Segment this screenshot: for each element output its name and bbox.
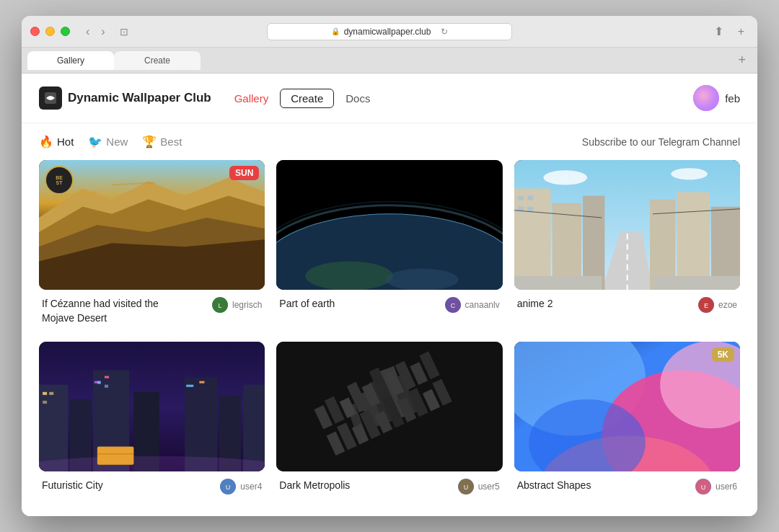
svg-text:L: L (218, 302, 221, 309)
svg-rect-58 (43, 401, 47, 404)
site-content: Dynamic Wallpaper Club Gallery Create Do… (22, 74, 757, 515)
5k-badge: 5K (712, 347, 734, 362)
filter-best[interactable]: 🏆 Best (142, 135, 182, 148)
svg-rect-54 (199, 381, 204, 383)
filter-new[interactable]: 🐦 New (88, 135, 128, 148)
svg-rect-60 (105, 384, 108, 387)
gallery-info-2: Part of earth C canaanlv (276, 290, 502, 317)
thumb-2 (276, 160, 502, 290)
url-text: dynamicwallpaper.club (344, 27, 431, 37)
gallery-item-1[interactable]: BEST SUN If Cézanne had visited the Moja… (39, 160, 265, 329)
gallery-author-3: E ezoe (698, 297, 737, 313)
close-button[interactable] (30, 27, 40, 36)
svg-point-19 (386, 269, 459, 290)
svg-text:U: U (463, 484, 468, 491)
nav-gallery[interactable]: Gallery (229, 89, 275, 107)
site-nav: Dynamic Wallpaper Club Gallery Create Do… (22, 74, 757, 123)
filter-hot[interactable]: 🔥 Hot (39, 135, 74, 148)
new-tab-button[interactable]: + (734, 23, 749, 40)
author-avatar-5: U (458, 479, 474, 495)
thumb-5 (276, 342, 502, 471)
gallery-title-6: Abstract Shapes (517, 479, 591, 493)
gallery-grid: BEST SUN If Cézanne had visited the Moja… (22, 160, 757, 515)
thumb-4 (39, 342, 265, 471)
svg-rect-34 (527, 207, 533, 211)
gallery-item-6[interactable]: 5K Abstract Shapes U user6 (514, 342, 740, 499)
tab-create[interactable]: Create (114, 51, 201, 70)
share-button[interactable]: ⬆ (710, 23, 728, 40)
gallery-author-5: U user5 (458, 479, 500, 495)
best-icon: 🏆 (142, 135, 157, 148)
gallery-item-5[interactable]: Dark Metropolis U user5 (276, 342, 502, 499)
site-title: Dynamic Wallpaper Club (68, 91, 211, 105)
svg-point-40 (671, 169, 708, 180)
add-tab-button[interactable]: + (732, 53, 752, 68)
gallery-item-2[interactable]: Part of earth C canaanlv (276, 160, 502, 329)
svg-rect-31 (518, 196, 524, 200)
nav-links: Gallery Create Docs (229, 89, 377, 108)
gallery-author-4: U user4 (220, 479, 262, 495)
gallery-info-4: Futuristic City U user4 (39, 471, 265, 499)
svg-rect-53 (186, 384, 193, 386)
forward-button[interactable]: › (97, 24, 109, 40)
svg-rect-29 (677, 192, 709, 290)
address-bar[interactable]: 🔒 dynamicwallpaper.club ↻ (267, 23, 512, 40)
author-avatar-4: U (220, 479, 236, 495)
browser-window: ‹ › ⊡ 🔒 dynamicwallpaper.club ↻ ⬆ + Gall… (22, 16, 757, 515)
gallery-title-2: Part of earth (279, 297, 335, 311)
nav-create[interactable]: Create (280, 89, 334, 108)
svg-rect-61 (97, 446, 134, 464)
maximize-button[interactable] (61, 27, 70, 36)
gallery-info-1: If Cézanne had visited the Mojave Desert… (39, 290, 265, 329)
svg-text:U: U (226, 484, 231, 491)
gallery-author-1: L legrisch (212, 297, 262, 313)
gallery-info-3: anime 2 E ezoe (514, 290, 740, 317)
subscribe-telegram[interactable]: Subscribe to our Telegram Channel (582, 136, 740, 148)
gallery-item-4[interactable]: Futuristic City U user4 (39, 342, 265, 499)
fire-icon: 🔥 (39, 135, 53, 148)
author-avatar-1: L (212, 297, 228, 313)
author-avatar-2: C (445, 297, 461, 313)
reader-mode-button[interactable]: ⊡ (115, 25, 133, 39)
svg-text:C: C (450, 302, 455, 309)
gallery-title-5: Dark Metropolis (279, 479, 350, 493)
traffic-lights (30, 27, 70, 36)
svg-rect-44 (39, 384, 68, 471)
gallery-title-1: If Cézanne had visited the Mojave Desert (42, 297, 186, 325)
refresh-icon: ↻ (441, 27, 448, 37)
gallery-info-5: Dark Metropolis U user5 (276, 471, 502, 499)
filter-tabs: 🔥 Hot 🐦 New 🏆 Best (39, 135, 182, 148)
titlebar: ‹ › ⊡ 🔒 dynamicwallpaper.club ↻ ⬆ + (22, 16, 757, 48)
filter-bar: 🔥 Hot 🐦 New 🏆 Best Subscribe to our Tele… (22, 123, 757, 160)
gallery-item-3[interactable]: anime 2 E ezoe (514, 160, 740, 329)
address-bar-container: 🔒 dynamicwallpaper.club ↻ (267, 23, 512, 40)
thumb-3 (514, 160, 740, 290)
avatar[interactable] (693, 85, 719, 111)
svg-rect-32 (527, 196, 533, 200)
username: feb (725, 92, 740, 105)
minimize-button[interactable] (45, 27, 55, 36)
thumb-1: BEST SUN (39, 160, 265, 290)
gallery-title-4: Futuristic City (42, 479, 103, 493)
svg-point-39 (543, 171, 587, 185)
svg-rect-36 (653, 276, 740, 290)
new-icon: 🐦 (88, 135, 102, 148)
svg-rect-59 (97, 381, 101, 384)
logo-area: Dynamic Wallpaper Club (39, 87, 211, 110)
tab-bar: Gallery Create + (22, 48, 757, 74)
author-avatar-3: E (698, 297, 714, 313)
nav-docs[interactable]: Docs (340, 89, 376, 107)
author-avatar-6: U (695, 479, 711, 495)
svg-rect-50 (243, 384, 265, 471)
svg-text:E: E (704, 302, 708, 309)
svg-rect-27 (583, 196, 604, 290)
nav-right: feb (693, 85, 740, 111)
browser-nav-buttons: ‹ › (82, 24, 110, 40)
back-button[interactable]: ‹ (82, 24, 94, 40)
svg-point-2 (693, 85, 719, 111)
logo-icon (39, 87, 62, 110)
svg-text:U: U (701, 484, 706, 491)
tab-gallery[interactable]: Gallery (27, 51, 114, 70)
gallery-author-6: U user6 (695, 479, 737, 495)
lock-icon: 🔒 (331, 27, 340, 35)
